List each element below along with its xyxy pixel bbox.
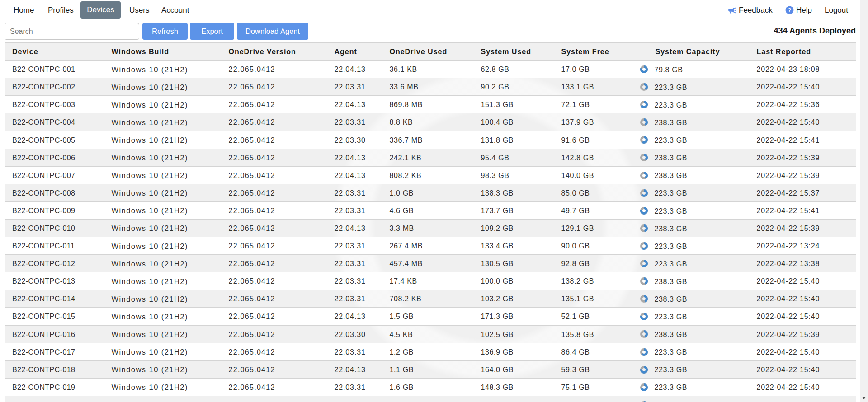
svg-text:?: ? (788, 7, 792, 14)
